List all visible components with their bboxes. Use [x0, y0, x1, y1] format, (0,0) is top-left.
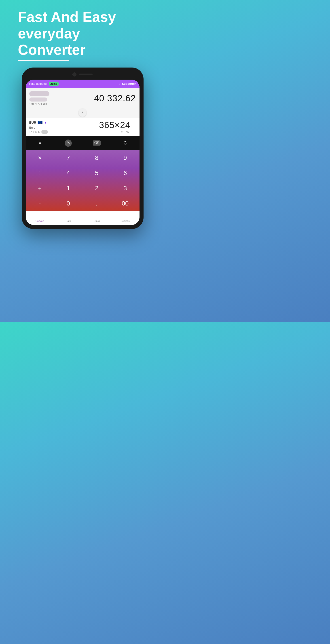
clear-button[interactable]: C [111, 138, 139, 148]
nav-rate[interactable]: Rate [54, 213, 82, 222]
currency-selector-1-sub [29, 98, 47, 102]
speaker [79, 74, 92, 75]
supporter-badge[interactable]: ✓ Supporter [118, 82, 136, 86]
phone-notch [26, 72, 140, 77]
hero-underline [18, 60, 69, 61]
currency-rate-1: 1=0.2172 EUR [29, 102, 50, 106]
percent-icon: % [64, 140, 72, 147]
double-zero-button[interactable]: 00 [111, 196, 139, 211]
key-5[interactable]: 5 [82, 166, 111, 181]
chevron-up-icon: ∧ [81, 110, 84, 115]
currency-flag-row[interactable]: EUR 🇪🇺 ▼ [29, 120, 48, 125]
nav-settings-label: Settings [121, 220, 130, 222]
phone-frame: Rate updated: 21:57 ✓ Supporter 1=0.2172… [22, 68, 144, 229]
currency-rate-2: 1=4.6042 [29, 130, 48, 134]
key-4[interactable]: 4 [54, 166, 82, 181]
more-menu-2[interactable]: ⋮ [129, 123, 133, 128]
dropdown-arrow-2[interactable]: ▼ [44, 121, 47, 124]
keypad-main: × 7 8 9 ÷ 4 5 6 + 1 2 3 - 0 . 00 [26, 150, 140, 211]
equals-button[interactable]: = [26, 138, 54, 148]
app-header: Rate updated: 21:57 ✓ Supporter [26, 80, 140, 88]
camera [72, 72, 76, 76]
currency-selector-1[interactable] [29, 91, 50, 96]
currency-value-2: 365×24 [99, 120, 130, 130]
currency-name-2: Euro [29, 126, 48, 129]
currency-left-2: EUR 🇪🇺 ▼ Euro 1=4.6042 [29, 120, 48, 134]
hero-title: Fast And Easy everyday Converter [18, 9, 147, 58]
currency-left-1: 1=0.2172 EUR [29, 91, 50, 106]
currency-flag-eu: 🇪🇺 [38, 120, 42, 125]
key-7[interactable]: 7 [54, 150, 82, 166]
decimal-button[interactable]: . [82, 196, 111, 211]
keypad-top: = % ⌫ C [26, 136, 140, 150]
nav-quick[interactable]: Quick [82, 213, 111, 222]
nav-quick-label: Quick [94, 220, 100, 222]
currency-code-2: EUR [29, 120, 36, 124]
key-2[interactable]: 2 [82, 181, 111, 196]
check-circle-icon: ✓ [118, 82, 121, 86]
bottom-nav: Convert Rate [26, 211, 140, 225]
more-menu-1[interactable]: ⋮ [129, 96, 133, 102]
key-3[interactable]: 3 [111, 181, 139, 196]
key-8[interactable]: 8 [82, 150, 111, 166]
nav-settings[interactable]: Settings [111, 213, 139, 222]
swap-button[interactable]: ∧ [78, 109, 86, 117]
phone-screen: Rate updated: 21:57 ✓ Supporter 1=0.2172… [26, 80, 140, 225]
currency-row-1: 1=0.2172 EUR 40 332.62 ⋮ [26, 88, 140, 108]
key-1[interactable]: 1 [54, 181, 82, 196]
currency-row-2: EUR 🇪🇺 ▼ Euro 1=4.6042 365×24 =8 760 ⋮ [26, 118, 140, 136]
key-0[interactable]: 0 [54, 196, 82, 211]
rate-toggle-2[interactable] [41, 130, 48, 134]
key-6[interactable]: 6 [111, 166, 139, 181]
nav-rate-label: Rate [66, 220, 71, 222]
hero-section: Fast And Easy everyday Converter [0, 0, 165, 65]
swap-button-row: ∧ [26, 108, 140, 118]
key-9[interactable]: 9 [111, 150, 139, 166]
rate-updated: Rate updated: 21:57 [29, 82, 59, 86]
currency-subvalue-2: =8 760 [121, 130, 130, 134]
plus-button[interactable]: + [26, 181, 54, 196]
nav-convert-label: Convert [36, 220, 44, 222]
minus-button[interactable]: - [26, 196, 54, 211]
nav-convert[interactable]: Convert [26, 213, 54, 222]
converter-area: 1=0.2172 EUR 40 332.62 ⋮ ∧ EUR [26, 88, 140, 136]
rate-time-badge: 21:57 [49, 82, 59, 86]
multiply-button[interactable]: × [26, 150, 54, 166]
percent-button[interactable]: % [54, 138, 82, 148]
divide-button[interactable]: ÷ [26, 166, 54, 181]
backspace-icon: ⌫ [93, 140, 100, 146]
backspace-button[interactable]: ⌫ [82, 138, 111, 148]
